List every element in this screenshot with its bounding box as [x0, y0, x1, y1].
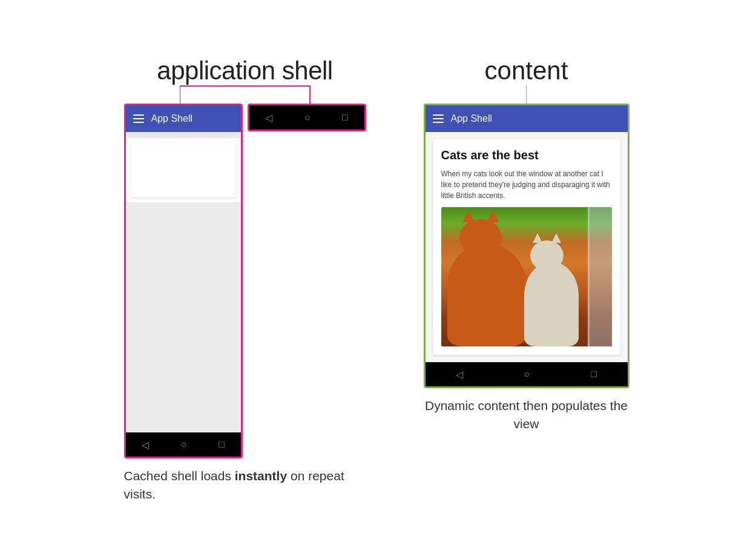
phone1-bottom-nav: ◁ ○ □ — [126, 432, 241, 457]
phone1-navbar: App Shell — [126, 105, 241, 132]
content-card-3: Cats are the best When my cats look out … — [433, 139, 620, 355]
home-btn-p3[interactable]: ○ — [524, 369, 530, 380]
cat-image — [441, 207, 612, 346]
article-body: When my cats look out the window at anot… — [441, 168, 612, 201]
home-btn-p2[interactable]: ○ — [304, 112, 311, 123]
window-frame — [588, 207, 612, 346]
ham-line1 — [433, 114, 444, 116]
app-shell-section-label: application shell — [157, 56, 332, 85]
index-icon: i — [255, 131, 266, 131]
cat1-ear-left — [462, 210, 475, 222]
left-caption: Cached shell loads instantly on repeat v… — [124, 467, 366, 503]
recent-btn-p2[interactable]: □ — [342, 112, 348, 123]
phone2-bottom-nav: ◁ ○ □ — [249, 105, 364, 130]
v-line-right — [309, 85, 311, 104]
v-line-left — [180, 85, 181, 104]
left-section: application shell App Shell — [115, 56, 375, 503]
hamburger-icon — [133, 114, 144, 123]
phone-2: App shell i Index i URL 1 — [248, 104, 366, 131]
cat1-body — [447, 243, 526, 346]
cat2-head — [530, 240, 564, 271]
caption-instantly: instantly — [235, 469, 287, 483]
cat1-head — [459, 219, 502, 256]
cat2-body — [524, 262, 579, 346]
cat2-ear-right — [551, 233, 561, 243]
green-vert-line — [526, 85, 527, 104]
phone-3: App Shell Cats are the best When my cats… — [424, 104, 629, 388]
content-section-label: content — [485, 56, 568, 85]
main-layout: application shell App Shell — [18, 56, 738, 503]
recent-btn-p3[interactable]: □ — [591, 369, 597, 380]
phone3-content-area: Cats are the best When my cats look out … — [426, 132, 628, 362]
phone1-card — [131, 143, 236, 197]
phone1-gap — [126, 132, 241, 138]
hamburger-icon-3 — [433, 114, 444, 123]
hamburger-line3 — [133, 122, 144, 123]
back-btn-p3[interactable]: ◁ — [456, 369, 463, 380]
caption-left-part1: Cached shell loads — [124, 469, 235, 483]
phone1-body — [126, 202, 241, 432]
phone3-bottom-nav: ◁ ○ □ — [426, 362, 628, 386]
right-section: content App Shell Cats are the best When… — [412, 56, 642, 432]
ham-line3 — [433, 122, 444, 123]
hamburger-line1 — [133, 114, 144, 116]
phone-1: App Shell ◁ ○ □ — [124, 104, 243, 458]
recent-btn-p1[interactable]: □ — [219, 439, 225, 450]
phone1-content-area — [126, 138, 241, 202]
right-caption: Dynamic content then populates the view — [424, 397, 629, 432]
back-btn-p2[interactable]: ◁ — [265, 112, 272, 124]
article-title: Cats are the best — [441, 148, 612, 162]
home-btn-p1[interactable]: ○ — [181, 439, 187, 450]
cat2-ear-left — [533, 233, 542, 243]
ham-line2 — [433, 118, 444, 119]
phone3-navbar: App Shell — [426, 105, 628, 132]
phones-wrapper: App Shell ◁ ○ □ — [124, 104, 366, 458]
h-line-pink — [180, 85, 311, 87]
phone1-title: App Shell — [151, 113, 193, 124]
green-connector — [424, 85, 629, 104]
hamburger-line2 — [133, 118, 144, 119]
connector-horiz — [122, 85, 369, 104]
back-btn-p1[interactable]: ◁ — [142, 439, 149, 451]
phone3-title: App Shell — [451, 113, 493, 124]
cat1-ear-right — [487, 210, 499, 222]
